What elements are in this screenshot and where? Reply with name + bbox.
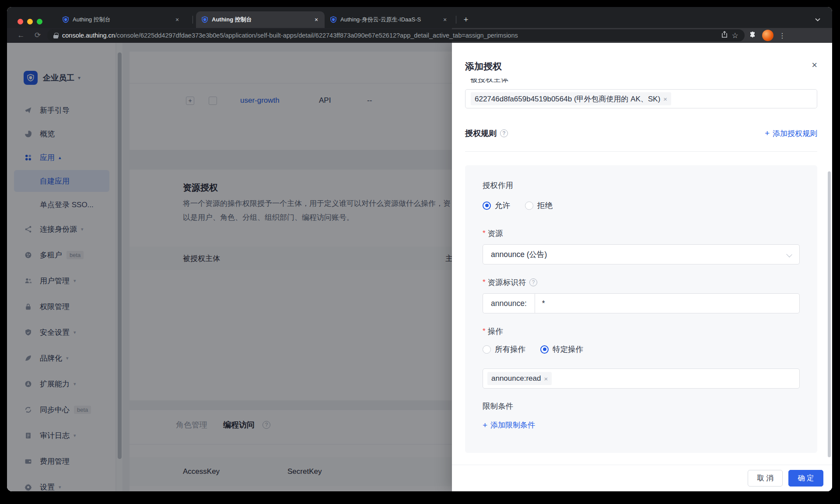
- effect-radio-group: 允许 拒绝: [483, 200, 800, 211]
- tab-separator: [456, 16, 456, 24]
- authing-favicon-icon: [62, 16, 69, 23]
- radio-specific-actions-label[interactable]: 特定操作: [553, 344, 583, 355]
- subject-tag: 622746d8fa659b4519b0564b (甲外包商使用的 AK、SK)…: [471, 92, 671, 105]
- action-tag-text: announce:read: [491, 374, 541, 383]
- radio-deny-label[interactable]: 拒绝: [537, 200, 553, 211]
- toolbar-right: ⋮: [747, 30, 788, 41]
- add-rule-link-text: 添加授权规则: [773, 129, 817, 139]
- plus-icon: +: [483, 421, 487, 430]
- help-question-icon[interactable]: ?: [529, 278, 537, 286]
- action-radio-group: 所有操作 特定操作: [483, 344, 800, 355]
- field-label-text: 资源标识符: [488, 277, 526, 288]
- new-tab-button[interactable]: +: [460, 14, 472, 25]
- url-path: /console/6225dd4297dfdae373e3b0e5/applic…: [115, 32, 518, 39]
- browser-tab-3[interactable]: Authing-身份云-云原生-IDaaS-S ×: [325, 11, 453, 28]
- identifier-prefix-addon: announce:: [483, 293, 535, 313]
- rules-label-text: 授权规则: [465, 128, 497, 139]
- subject-field-label: * 被授权主体: [465, 79, 817, 84]
- tag-remove-icon[interactable]: ×: [663, 95, 667, 103]
- profile-avatar[interactable]: [762, 30, 774, 41]
- tab-title: Authing 控制台: [212, 16, 312, 24]
- extensions-puzzle-icon[interactable]: [747, 31, 758, 40]
- traffic-lights: [18, 19, 42, 24]
- add-authorization-drawer: 添加授权 × * 被授权主体 622746d8fa659b4519b0564b …: [452, 43, 832, 491]
- identifier-input-group: announce:: [483, 293, 800, 313]
- drawer-footer: 取 消 确 定: [452, 465, 832, 491]
- bookmark-star-icon[interactable]: ☆: [730, 31, 740, 40]
- drawer-body: * 被授权主体 622746d8fa659b4519b0564b (甲外包商使用…: [452, 79, 832, 465]
- authing-favicon-icon: [201, 16, 208, 23]
- required-asterisk: *: [465, 79, 468, 83]
- address-bar[interactable]: console.authing.cn/console/6225dd4297dfd…: [47, 29, 745, 42]
- browser-toolbar: ← → ⟳ console.authing.cn/console/6225dd4…: [7, 28, 832, 43]
- subject-select[interactable]: 622746d8fa659b4519b0564b (甲外包商使用的 AK、SK)…: [465, 89, 817, 108]
- required-asterisk: *: [483, 327, 486, 336]
- tab-search-chevron-icon[interactable]: [815, 17, 821, 23]
- minimize-window-button[interactable]: [27, 19, 33, 24]
- add-condition-link-text: 添加限制条件: [490, 420, 535, 430]
- tab-strip: Authing 控制台 × Authing 控制台 × Authing-身份云-…: [7, 7, 832, 28]
- resource-select[interactable]: announce (公告): [483, 244, 800, 264]
- subject-tag-text: 622746d8fa659b4519b0564b (甲外包商使用的 AK、SK): [475, 94, 660, 104]
- modal-dim-overlay: [7, 43, 452, 491]
- identifier-field-label: * 资源标识符 ?: [483, 277, 800, 288]
- radio-allow-selected[interactable]: [483, 202, 491, 210]
- drawer-scrollbar-thumb[interactable]: [828, 171, 831, 457]
- drawer-title: 添加授权: [465, 60, 502, 73]
- required-asterisk: *: [483, 229, 486, 238]
- tab-title: Authing-身份云-云原生-IDaaS-S: [340, 16, 441, 24]
- radio-deny[interactable]: [525, 202, 533, 210]
- browser-window: Authing 控制台 × Authing 控制台 × Authing-身份云-…: [7, 7, 832, 491]
- share-icon[interactable]: [719, 31, 730, 40]
- add-condition-link[interactable]: + 添加限制条件: [483, 420, 800, 430]
- add-rule-link[interactable]: + 添加授权规则: [765, 129, 817, 139]
- resource-select-value: announce (公告): [491, 249, 547, 260]
- tag-remove-icon[interactable]: ×: [544, 375, 548, 382]
- browser-tab-2-active[interactable]: Authing 控制台 ×: [196, 11, 325, 28]
- page-content: 企业员工 ▾ 新手引导 概览 应用 ▴: [7, 43, 832, 491]
- field-label-text: 操作: [488, 326, 503, 337]
- authing-favicon-icon: [330, 16, 337, 23]
- rule-panel: 授权作用 允许 拒绝 * 资源 announce (公告): [465, 165, 817, 453]
- action-tag: announce:read ×: [487, 372, 552, 385]
- cancel-button[interactable]: 取 消: [748, 470, 783, 487]
- actions-tag-input[interactable]: announce:read ×: [483, 368, 800, 389]
- action-field-label: * 操作: [483, 326, 800, 337]
- confirm-button[interactable]: 确 定: [788, 470, 823, 487]
- url-text: console.authing.cn/console/6225dd4297dfd…: [62, 32, 719, 39]
- effect-label: 授权作用: [483, 180, 800, 191]
- lock-icon: [53, 33, 58, 38]
- screenshot: Authing 控制台 × Authing 控制台 × Authing-身份云-…: [0, 0, 840, 504]
- zoom-window-button[interactable]: [37, 19, 42, 24]
- chevron-down-icon: [786, 251, 792, 257]
- rules-header-row: 授权规则 ? + 添加授权规则: [465, 128, 817, 139]
- radio-allow-label[interactable]: 允许: [495, 200, 510, 211]
- tab-title: Authing 控制台: [73, 16, 173, 24]
- close-window-button[interactable]: [18, 19, 23, 24]
- radio-all-actions-label[interactable]: 所有操作: [495, 344, 525, 355]
- tab-close-icon[interactable]: ×: [173, 16, 181, 23]
- drawer-divider: [465, 151, 817, 152]
- condition-label: 限制条件: [483, 401, 800, 411]
- browser-menu-dots-icon[interactable]: ⋮: [777, 31, 788, 40]
- radio-specific-actions-selected[interactable]: [540, 345, 549, 354]
- drawer-header: 添加授权 ×: [452, 43, 832, 79]
- tab-close-icon[interactable]: ×: [441, 16, 449, 23]
- url-domain: console.authing.cn: [62, 32, 115, 39]
- tab-separator: [192, 16, 193, 24]
- help-question-icon[interactable]: ?: [500, 129, 508, 137]
- radio-all-actions[interactable]: [483, 345, 491, 354]
- field-label-text: 资源: [488, 228, 503, 239]
- tab-close-icon[interactable]: ×: [312, 16, 320, 23]
- required-asterisk: *: [483, 278, 486, 287]
- drawer-close-icon[interactable]: ×: [812, 60, 817, 70]
- browser-tab-1[interactable]: Authing 控制台 ×: [57, 11, 186, 28]
- rules-label: 授权规则 ?: [465, 128, 508, 139]
- resource-field-label: * 资源: [483, 228, 800, 239]
- field-label-text: 被授权主体: [470, 79, 509, 84]
- plus-icon: +: [765, 129, 770, 138]
- identifier-input[interactable]: [535, 293, 800, 313]
